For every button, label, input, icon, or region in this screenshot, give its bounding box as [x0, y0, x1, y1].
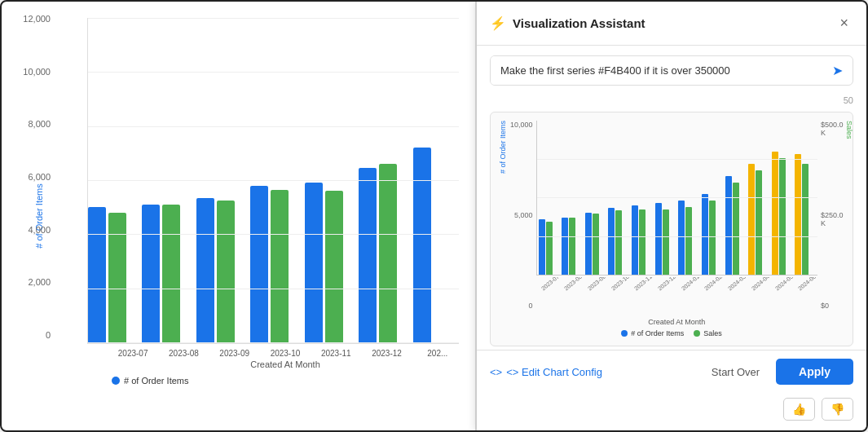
mini-bar-green-4: [615, 210, 622, 275]
mini-bar-group-6: [655, 203, 676, 275]
bar-group-3: [196, 198, 242, 343]
legend-item-orders: # of Order Items: [112, 376, 188, 386]
edit-chart-link[interactable]: <> <> Edit Chart Config: [490, 366, 602, 378]
mini-bar-blue-5: [632, 205, 638, 275]
thumbdown-button[interactable]: 👎: [822, 398, 853, 421]
prompt-input-row: ➤: [490, 55, 853, 86]
mini-legend-sales: Sales: [694, 329, 722, 337]
bar-blue-7: [413, 148, 431, 343]
send-button[interactable]: ➤: [822, 56, 853, 85]
x-label-1: 2023-07: [112, 349, 154, 358]
x-label-2: 2023-08: [162, 349, 205, 358]
apply-button[interactable]: Apply: [776, 359, 853, 385]
prompt-input[interactable]: [491, 56, 822, 85]
mini-bar-group-10: [748, 164, 769, 275]
mini-bar-green-2: [569, 218, 575, 275]
bar-group-5: [305, 183, 350, 343]
mini-bar-blue-9: [725, 176, 732, 275]
start-over-button[interactable]: Start Over: [703, 361, 768, 383]
x-label-6: 2023-12: [365, 349, 408, 358]
mini-bar-group-1: [539, 219, 560, 275]
legend-label-orders: # of Order Items: [124, 376, 188, 386]
mini-bar-green-12: [802, 164, 809, 275]
mini-bar-green-11: [779, 158, 786, 275]
mini-legend-dot-sales: [694, 330, 700, 337]
bar-blue-3: [196, 198, 214, 343]
legend-dot-orders: [112, 377, 120, 385]
bar-green-6: [379, 164, 397, 343]
mini-bar-group-11: [772, 152, 793, 275]
code-icon: <>: [490, 366, 502, 378]
bar-blue-1: [88, 207, 106, 343]
edit-chart-label: <> Edit Chart Config: [506, 366, 602, 378]
panel-title-row: ⚡ Visualization Assistant: [490, 15, 645, 31]
thumbup-button[interactable]: 👍: [783, 398, 815, 421]
bar-blue-4: [250, 186, 268, 343]
mini-bar-green-5: [639, 209, 645, 275]
mini-chart-body: 2023-07 2023-08 2023-09 2023-10 2023-11 …: [536, 121, 817, 326]
actions-right: Start Over Apply: [703, 359, 853, 385]
feedback-row: 👍 👎: [477, 393, 866, 430]
x-label-4: 2023-10: [264, 349, 306, 358]
mini-bar-group-7: [678, 201, 699, 275]
bar-green-5: [325, 191, 343, 343]
mini-chart-wrapper: # of Order Items 10,000 5,000 0: [499, 121, 844, 326]
mini-x-label-12: 2024-06: [797, 277, 817, 303]
thumbup-icon: 👍: [792, 403, 806, 416]
mini-bar-green-1: [546, 222, 553, 275]
mini-bar-blue-7: [678, 201, 685, 275]
assistant-icon: ⚡: [490, 15, 506, 31]
mini-y-right-ticks: $500.0 K $250.0 K $0: [817, 121, 844, 326]
bar-blue-5: [305, 183, 323, 343]
mini-bar-group-12: [795, 154, 816, 275]
mini-bar-green-9: [733, 183, 739, 275]
bar-group-2: [142, 205, 187, 343]
mini-bar-blue-6: [655, 203, 662, 275]
mini-bars-area: [536, 121, 817, 276]
mini-bar-group-4: [608, 208, 629, 275]
bar-green-4: [271, 190, 289, 343]
panel-actions: <> <> Edit Chart Config Start Over Apply: [477, 350, 866, 393]
mini-bar-group-9: [725, 176, 747, 275]
mini-legend-label-sales: Sales: [703, 329, 722, 337]
mini-legend-label-orders: # of Order Items: [631, 329, 684, 337]
bar-green-1: [108, 213, 126, 343]
mini-y-right-label: Sales: [845, 121, 855, 139]
mini-bar-blue-2: [562, 218, 568, 275]
panel-header: ⚡ Visualization Assistant ×: [477, 2, 866, 46]
bar-group-4: [250, 186, 296, 343]
mini-y-left-label: # of Order Items: [499, 121, 509, 174]
bar-green-2: [162, 205, 180, 343]
mini-y-left-ticks: 10,000 5,000 0: [510, 121, 536, 326]
bar-blue-6: [359, 168, 377, 343]
close-button[interactable]: ×: [835, 13, 853, 33]
mini-bar-blue-1: [539, 219, 545, 275]
main-x-labels: 2023-07 2023-08 2023-09 2023-10 2023-11 …: [112, 349, 459, 358]
bar-group-1: [88, 207, 134, 343]
mini-bar-green-10: [756, 170, 762, 275]
bar-group-7: [413, 148, 459, 343]
mini-bar-gold-12: [795, 154, 801, 275]
token-count: 50: [477, 95, 866, 108]
mini-bar-green-8: [709, 201, 716, 275]
main-legend: # of Order Items: [112, 376, 459, 386]
thumbdown-icon: 👎: [831, 403, 844, 416]
mini-bar-group-3: [585, 213, 606, 275]
mini-x-title: Created At Month: [536, 318, 817, 326]
mini-bar-green-7: [685, 207, 692, 275]
mini-chart-container: # of Order Items 10,000 5,000 0: [490, 112, 853, 346]
mini-bar-gold-10: [748, 164, 755, 275]
panel-title: Visualization Assistant: [513, 16, 645, 30]
main-chart-area: # of Order Items 12,000 10,000 8,000 6,0…: [2, 2, 475, 430]
mini-bar-group-8: [702, 194, 723, 275]
mini-legend: # of Order Items Sales: [499, 329, 844, 341]
bar-group-6: [359, 164, 404, 343]
mini-legend-orders: # of Order Items: [621, 329, 684, 337]
x-label-3: 2023-09: [214, 349, 256, 358]
mini-bar-blue-3: [585, 213, 592, 275]
main-y-axis-ticks: 12,000 10,000 8,000 6,000 4,000 2,000 0: [18, 14, 51, 340]
mini-legend-dot-orders: [621, 330, 628, 337]
bar-green-3: [217, 201, 235, 343]
main-chart-bars: [87, 18, 459, 344]
main-x-title: Created At Month: [112, 359, 459, 369]
